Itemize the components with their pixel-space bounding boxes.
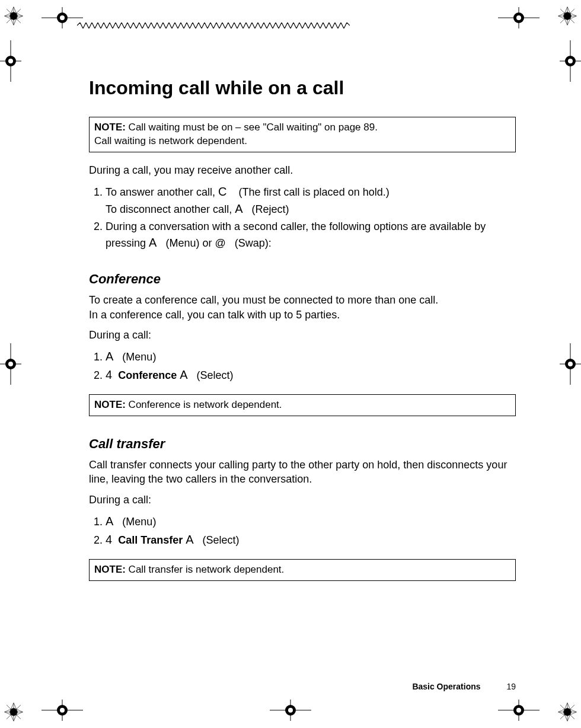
page-footer: Basic Operations 19 <box>412 682 516 691</box>
svg-line-43 <box>560 705 574 719</box>
svg-point-70 <box>513 705 524 716</box>
svg-line-46 <box>558 708 567 712</box>
svg-line-47 <box>558 712 567 716</box>
call-transfer-desc: Call transfer connects your calling part… <box>89 458 516 487</box>
svg-point-26 <box>10 708 17 716</box>
conference-during: During a call: <box>89 328 516 342</box>
page-title: Incoming call while on a call <box>89 77 516 99</box>
step-text: (Reject) <box>249 203 289 215</box>
svg-point-55 <box>60 15 65 20</box>
step-text: (Select) <box>194 369 234 381</box>
svg-line-35 <box>14 708 23 712</box>
conference-desc: In a conference call, you can talk with … <box>89 308 516 322</box>
svg-line-19 <box>567 7 572 16</box>
select-key-icon: A <box>180 368 187 381</box>
note-text: Conference is network dependent. <box>126 399 282 410</box>
menu-key-icon: A <box>106 350 113 363</box>
call-transfer-heading: Call transfer <box>89 436 516 452</box>
note-label: NOTE: <box>94 564 126 575</box>
registration-mark-icon <box>498 7 540 28</box>
svg-line-36 <box>14 712 23 716</box>
svg-point-74 <box>5 56 16 66</box>
sunburst-icon <box>4 702 24 722</box>
list-item: A (Menu) <box>106 513 516 530</box>
step-text-bold: Conference <box>118 369 177 381</box>
step-text: To answer another call, <box>106 186 218 198</box>
note-call-transfer: NOTE: Call transfer is network dependent… <box>89 559 516 581</box>
svg-line-44 <box>563 703 567 712</box>
select-key-icon: A <box>186 533 193 546</box>
svg-line-20 <box>558 12 567 16</box>
svg-line-3 <box>7 9 21 23</box>
conference-desc: To create a conference call, you must be… <box>89 293 516 307</box>
svg-point-0 <box>10 12 17 20</box>
intro-text: During a call, you may receive another c… <box>89 163 516 177</box>
svg-line-34 <box>5 712 14 716</box>
svg-line-18 <box>563 7 567 16</box>
svg-line-5 <box>9 7 14 16</box>
svg-line-32 <box>14 703 18 712</box>
svg-line-24 <box>563 16 567 25</box>
svg-point-87 <box>568 362 573 366</box>
registration-mark-icon <box>0 40 21 82</box>
note-label: NOTE: <box>94 399 126 410</box>
svg-line-4 <box>7 9 21 23</box>
nav-key-icon: 4 <box>106 368 112 381</box>
svg-line-51 <box>567 712 572 721</box>
svg-line-42 <box>560 705 574 719</box>
svg-line-21 <box>558 16 567 20</box>
svg-line-33 <box>5 708 14 712</box>
svg-point-13 <box>564 12 571 20</box>
svg-point-59 <box>516 15 521 20</box>
svg-line-11 <box>9 16 14 25</box>
svg-point-78 <box>5 359 16 369</box>
call-transfer-steps: A (Menu) 4 Call Transfer A (Select) <box>89 513 516 548</box>
svg-line-7 <box>5 12 14 16</box>
note-text: Call transfer is network dependent. <box>126 564 284 575</box>
svg-point-39 <box>564 708 571 716</box>
registration-mark-icon <box>42 700 83 721</box>
footer-chapter: Basic Operations <box>412 682 480 691</box>
svg-line-49 <box>567 712 576 716</box>
svg-line-10 <box>14 16 23 20</box>
conference-steps: A (Menu) 4 Conference A (Select) <box>89 348 516 384</box>
svg-line-38 <box>14 712 18 721</box>
svg-point-66 <box>285 705 296 716</box>
svg-line-9 <box>14 12 23 16</box>
sunburst-icon <box>4 6 24 26</box>
svg-point-58 <box>513 12 524 23</box>
answer-key-icon: C <box>218 185 226 198</box>
svg-point-67 <box>288 708 293 713</box>
svg-point-79 <box>8 362 13 366</box>
registration-mark-icon <box>560 40 581 82</box>
incoming-steps: To answer another call, C (The first cal… <box>89 183 516 251</box>
page-content: Incoming call while on a call NOTE: Call… <box>89 77 516 675</box>
sunburst-icon <box>557 702 577 722</box>
registration-mark-icon <box>270 700 311 721</box>
reject-key-icon: A <box>235 202 242 215</box>
svg-line-45 <box>567 703 572 712</box>
call-transfer-during: During a call: <box>89 493 516 507</box>
svg-line-17 <box>560 9 574 23</box>
registration-mark-icon <box>0 343 21 385</box>
step-text: (Menu) or <box>162 237 215 249</box>
conference-heading: Conference <box>89 272 516 287</box>
svg-point-71 <box>516 708 521 713</box>
step-text: (The first call is placed on hold.) <box>236 186 390 198</box>
step-text: (Swap): <box>232 237 272 249</box>
svg-line-16 <box>560 9 574 23</box>
svg-line-6 <box>14 7 18 16</box>
note-call-waiting: NOTE: Call waiting must be on – see "Cal… <box>89 117 516 152</box>
svg-line-48 <box>567 708 576 712</box>
step-text: (Menu) <box>119 516 156 528</box>
svg-point-82 <box>565 56 576 66</box>
svg-line-50 <box>563 712 567 721</box>
svg-line-31 <box>9 703 14 712</box>
svg-point-75 <box>8 59 13 63</box>
registration-mark-icon <box>560 343 581 385</box>
note-conference: NOTE: Conference is network dependent. <box>89 394 516 416</box>
registration-mark-icon <box>42 7 83 28</box>
sunburst-icon <box>557 6 577 26</box>
svg-line-30 <box>7 705 21 719</box>
list-item: To answer another call, C (The first cal… <box>106 183 516 218</box>
